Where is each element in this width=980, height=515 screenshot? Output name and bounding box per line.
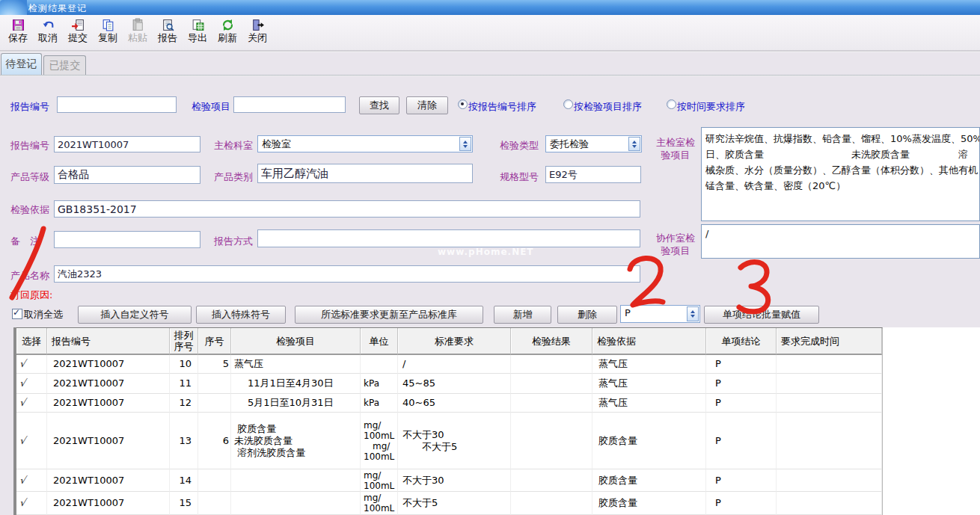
cell-time[interactable] <box>777 413 882 469</box>
sort-by-time-radio[interactable] <box>667 99 676 109</box>
cell-basis[interactable]: 胶质含量 <box>592 413 706 469</box>
cell-std[interactable]: 45~85 <box>398 374 511 394</box>
search-item-input[interactable] <box>233 96 346 113</box>
cell-seq[interactable] <box>198 469 231 492</box>
cell-check[interactable]: √ <box>16 413 47 469</box>
col-header-seq[interactable]: 序号 <box>198 328 231 355</box>
product-grade-input[interactable] <box>54 166 200 184</box>
cell-report-no[interactable]: 2021WT10007 <box>47 394 170 413</box>
cell-basis[interactable]: 胶质含量 <box>592 469 706 492</box>
cell-unit[interactable]: mg/ 100mL <box>361 469 398 492</box>
cell-item[interactable]: 5月1日至10月31日 <box>231 394 361 413</box>
cell-report-no[interactable]: 2021WT10007 <box>47 355 170 374</box>
col-header-unit[interactable]: 单位 <box>361 328 398 355</box>
search-report-no-input[interactable] <box>57 96 177 113</box>
insert-special-symbol-button[interactable]: 插入特殊符号 <box>196 306 286 324</box>
close-button[interactable]: 关闭 <box>242 16 272 49</box>
cell-result[interactable] <box>511 355 592 374</box>
clear-button[interactable]: 清除 <box>406 96 448 114</box>
spinner-icon[interactable] <box>687 306 699 321</box>
cell-arrange-no[interactable]: 14 <box>170 469 198 492</box>
cell-item[interactable]: 胶质含量 未洗胶质含量 溶剂洗胶质含量 <box>231 413 361 469</box>
cell-unit[interactable] <box>361 355 398 374</box>
coop-items-textarea[interactable]: / <box>701 224 980 259</box>
product-name-input[interactable] <box>54 265 640 283</box>
cell-result[interactable] <box>511 413 592 469</box>
sort-by-report-radio[interactable] <box>458 99 468 109</box>
cell-result[interactable] <box>511 492 592 515</box>
cell-seq[interactable] <box>198 394 231 413</box>
tab-pending[interactable]: 待登记 <box>1 53 42 75</box>
col-header-std[interactable]: 标准要求 <box>398 328 511 355</box>
cell-check[interactable]: √ <box>16 492 47 515</box>
cell-std[interactable]: 不大于5 <box>398 492 511 515</box>
spinner-icon[interactable] <box>459 137 471 151</box>
cell-conclusion[interactable]: P <box>706 355 777 374</box>
cell-conclusion[interactable]: P <box>706 413 777 469</box>
cell-seq[interactable] <box>198 374 231 394</box>
delete-button[interactable]: 删除 <box>557 306 617 324</box>
cell-basis[interactable]: 蒸气压 <box>592 374 706 394</box>
find-button[interactable]: 查找 <box>359 96 399 114</box>
batch-assign-button[interactable]: 单项结论批量赋值 <box>704 306 819 324</box>
col-header-report-no[interactable]: 报告编号 <box>47 328 170 355</box>
cell-conclusion[interactable]: P <box>706 394 777 413</box>
sort-by-time-label[interactable]: 按时间要求排序 <box>677 100 745 114</box>
cell-std[interactable]: 不大于30 不大于5 <box>398 413 511 469</box>
col-header-time[interactable]: 要求完成时间 <box>777 328 882 355</box>
cancel-select-all-label[interactable]: 取消全选 <box>24 308 63 321</box>
cell-time[interactable] <box>777 374 882 394</box>
cell-std[interactable]: 40~65 <box>398 394 511 413</box>
cell-result[interactable] <box>511 374 592 394</box>
cell-unit[interactable]: kPa <box>361 394 398 413</box>
export-button[interactable]: 导出 <box>183 16 212 49</box>
cell-time[interactable] <box>777 469 882 492</box>
cell-arrange-no[interactable]: 12 <box>170 394 198 413</box>
add-button[interactable]: 新增 <box>494 306 551 324</box>
cell-conclusion[interactable]: P <box>706 469 777 492</box>
cell-basis[interactable]: 蒸气压 <box>592 394 706 413</box>
conclusion-combo[interactable]: P <box>620 305 700 323</box>
cell-report-no[interactable]: 2021WT10007 <box>47 413 170 469</box>
cell-time[interactable] <box>777 394 882 413</box>
cell-report-no[interactable]: 2021WT10007 <box>47 469 170 492</box>
cell-item[interactable]: 蒸气压 <box>231 355 361 374</box>
cell-item[interactable]: 11月1日至4月30日 <box>231 374 361 394</box>
update-standard-lib-button[interactable]: 所选标准要求更新至产品标准库 <box>295 306 483 324</box>
sort-by-report-label[interactable]: 按报告编号排序 <box>468 100 536 114</box>
cell-result[interactable] <box>511 394 592 413</box>
cell-unit[interactable]: kPa <box>361 374 398 394</box>
product-category-input[interactable] <box>257 164 473 183</box>
cell-item[interactable] <box>231 469 361 492</box>
spec-model-input[interactable] <box>545 166 641 183</box>
cell-arrange-no[interactable]: 15 <box>170 492 198 515</box>
cell-item[interactable] <box>231 492 361 515</box>
cell-arrange-no[interactable]: 10 <box>170 355 198 374</box>
cell-seq[interactable]: 6 <box>198 413 231 469</box>
main-dept-combo[interactable]: 检验室 <box>257 135 473 152</box>
submit-button[interactable]: 提交 <box>63 16 93 49</box>
cell-conclusion[interactable]: P <box>706 492 777 515</box>
tab-submitted[interactable]: 已提交 <box>43 55 86 75</box>
cell-unit[interactable]: mg/ 100mL <box>361 492 398 515</box>
cell-result[interactable] <box>511 469 592 492</box>
col-header-arrange-no[interactable]: 排列序号 <box>170 328 198 355</box>
refresh-button[interactable]: 刷新 <box>212 16 242 49</box>
inspect-type-combo[interactable]: 委托检验 <box>545 135 642 152</box>
col-header-conclusion[interactable]: 单项结论 <box>706 328 777 355</box>
cell-time[interactable] <box>777 492 882 515</box>
cell-report-no[interactable]: 2021WT10007 <box>47 374 170 394</box>
col-header-basis[interactable]: 检验依据 <box>592 328 706 355</box>
col-header-result[interactable]: 检验结果 <box>511 328 592 355</box>
inspect-basis-input[interactable] <box>54 200 640 218</box>
col-header-item[interactable]: 检验项目 <box>231 328 361 355</box>
copy-button[interactable]: 复制 <box>93 16 123 49</box>
cell-time[interactable] <box>777 355 882 374</box>
cell-basis[interactable]: 蒸气压 <box>592 355 706 374</box>
cell-conclusion[interactable]: P <box>706 374 777 394</box>
insert-custom-symbol-button[interactable]: 插入自定义符号 <box>78 306 192 324</box>
spinner-icon[interactable] <box>628 137 640 151</box>
cell-check[interactable]: √ <box>16 355 47 374</box>
cell-check[interactable]: √ <box>16 374 47 394</box>
cancel-select-all-checkbox[interactable] <box>12 309 22 319</box>
